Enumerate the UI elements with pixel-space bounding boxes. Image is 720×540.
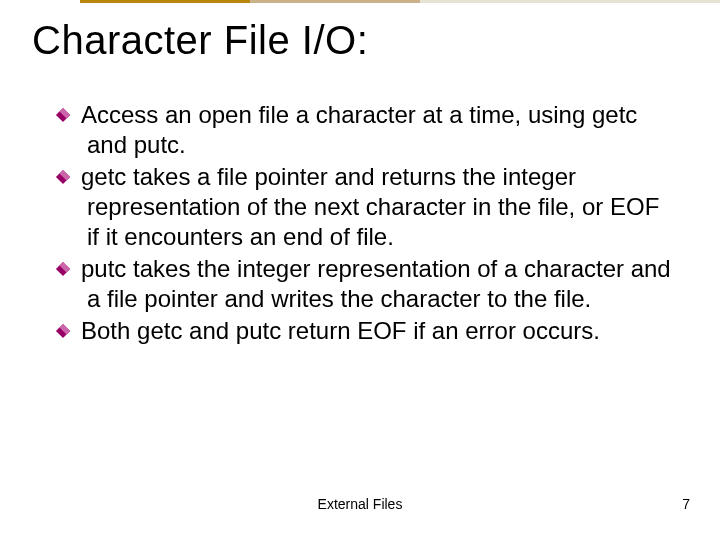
diamond-bullet-icon — [55, 261, 71, 277]
list-item: getc takes a file pointer and returns th… — [55, 162, 675, 252]
list-item: Access an open file a character at a tim… — [55, 100, 675, 160]
list-item: putc takes the integer representation of… — [55, 254, 675, 314]
accent-seg-1 — [80, 0, 250, 3]
accent-seg-3 — [420, 0, 720, 3]
diamond-bullet-icon — [55, 107, 71, 123]
list-item: Both getc and putc return EOF if an erro… — [55, 316, 675, 346]
slide-title: Character File I/O: — [32, 18, 368, 63]
list-item-text: putc takes the integer representation of… — [81, 254, 675, 314]
footer-text: External Files — [0, 496, 720, 512]
list-item-text: getc takes a file pointer and returns th… — [81, 162, 675, 252]
top-accent-bar — [80, 0, 720, 3]
diamond-bullet-icon — [55, 323, 71, 339]
diamond-bullet-icon — [55, 169, 71, 185]
slide: Character File I/O: Access an open file … — [0, 0, 720, 540]
body-list: Access an open file a character at a tim… — [55, 100, 675, 348]
list-item-text: Both getc and putc return EOF if an erro… — [81, 316, 600, 346]
page-number: 7 — [682, 496, 690, 512]
accent-seg-2 — [250, 0, 420, 3]
list-item-text: Access an open file a character at a tim… — [81, 100, 675, 160]
